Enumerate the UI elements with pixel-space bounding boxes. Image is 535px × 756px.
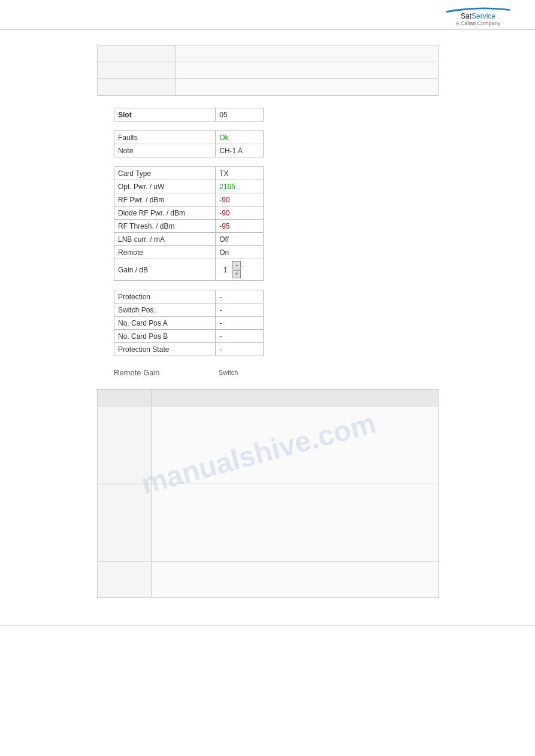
faults-table: Faults Ok Note CH-1 A: [114, 130, 264, 157]
no-card-pos-a-value: -: [216, 317, 264, 330]
top-table-label-2: [97, 62, 175, 79]
no-card-pos-a-row: No. Card Pos A -: [114, 317, 264, 330]
protection-state-label: Protection State: [114, 343, 216, 356]
table-row: [97, 62, 438, 79]
lnb-curr-label: LNB curr. / mA: [114, 233, 216, 246]
rf-pwr-value: -90: [216, 193, 264, 207]
note-row: Note CH-1 A: [114, 144, 264, 157]
bottom-row-2-value: [151, 484, 438, 562]
bottom-row-3-value: [151, 562, 438, 598]
note-label: Note: [114, 144, 216, 157]
no-card-pos-b-row: No. Card Pos B -: [114, 330, 264, 343]
no-card-pos-a-label: No. Card Pos A: [114, 317, 216, 330]
top-table-value-1: [175, 45, 438, 62]
table-row: [97, 79, 438, 96]
header: SatService A Calian Company: [0, 0, 535, 30]
bottom-row-3-label: [97, 562, 151, 598]
opt-pwr-label: Opt. Pwr. / uW: [114, 180, 216, 193]
top-table: [97, 45, 439, 96]
diode-rf-label: Diode RF Pwr. / dBm: [114, 207, 216, 220]
protection-value: -: [216, 290, 264, 303]
gain-control: 1 - +: [219, 261, 259, 278]
card-type-label: Card Type: [114, 167, 216, 180]
switch-label: Switch: [216, 365, 238, 377]
card-type-row: Card Type TX: [114, 167, 264, 180]
bottom-row-1-label: [97, 406, 151, 484]
opt-pwr-row: Opt. Pwr. / uW 2165: [114, 180, 264, 193]
bottom-row-1-value: [151, 406, 438, 484]
bottom-table: [97, 389, 439, 598]
remote-gain-label: Remote Gain: [114, 365, 216, 377]
lnb-curr-value: Off: [216, 233, 264, 246]
gain-plus-button[interactable]: +: [232, 270, 241, 278]
gain-row: Gain / dB 1 - +: [114, 259, 264, 281]
note-value: CH-1 A: [216, 144, 264, 157]
switch-pos-value: -: [216, 303, 264, 317]
logo: SatService A Calian Company: [433, 6, 523, 26]
remote-label: Remote: [114, 246, 216, 259]
logo-service: Service: [471, 12, 495, 20]
top-table-label-1: [97, 45, 175, 62]
faults-value: Ok: [216, 131, 264, 144]
protection-label: Protection: [114, 290, 216, 303]
logo-arc-icon: [433, 6, 523, 13]
slot-table: Slot 05: [114, 108, 264, 122]
remote-value: On: [216, 246, 264, 259]
switch-pos-row: Switch Pos. -: [114, 303, 264, 317]
bottom-table-header-row: [97, 390, 438, 406]
switch-pos-label: Switch Pos.: [114, 303, 216, 317]
gain-minus-button[interactable]: -: [232, 261, 241, 269]
top-table-value-2: [175, 62, 438, 79]
card-type-value: TX: [216, 167, 264, 180]
bottom-header-label: [97, 390, 151, 406]
slot-value: 05: [216, 108, 264, 122]
slot-label: Slot: [114, 108, 216, 122]
protection-table: Protection - Switch Pos. - No. Card Pos …: [114, 290, 264, 356]
bottom-table-row-2: [97, 484, 438, 562]
no-card-pos-b-value: -: [216, 330, 264, 343]
remote-gain-switch-area: Remote Gain Switch: [114, 365, 523, 377]
protection-row: Protection -: [114, 290, 264, 303]
no-card-pos-b-label: No. Card Pos B: [114, 330, 216, 343]
diode-rf-row: Diode RF Pwr. / dBm -90: [114, 207, 264, 220]
bottom-table-row-1: [97, 406, 438, 484]
faults-label: Faults: [114, 131, 216, 144]
main-content: manualshive.com Slot 05: [0, 30, 535, 613]
lnb-curr-row: LNB curr. / mA Off: [114, 233, 264, 246]
logo-text: SatService: [461, 12, 495, 20]
logo-subtitle: A Calian Company: [456, 20, 501, 26]
slot-section: Slot 05 Faults Ok Note CH-1 A: [114, 108, 264, 356]
gain-label: Gain / dB: [114, 259, 216, 281]
table-row: [97, 45, 438, 62]
diode-rf-value: -90: [216, 207, 264, 220]
faults-row: Faults Ok: [114, 131, 264, 144]
footer: [0, 625, 535, 626]
rf-thresh-label: RF Thresh. / dBm: [114, 220, 216, 233]
bottom-row-2-label: [97, 484, 151, 562]
rf-pwr-row: RF Pwr. / dBm -90: [114, 193, 264, 207]
bottom-table-row-3: [97, 562, 438, 598]
rf-thresh-value: -95: [216, 220, 264, 233]
slot-row: Slot 05: [114, 108, 264, 122]
bottom-header-value: [151, 390, 438, 406]
protection-state-row: Protection State -: [114, 343, 264, 356]
opt-pwr-value: 2165: [216, 180, 264, 193]
gain-value: 1: [219, 266, 231, 274]
top-table-label-3: [97, 79, 175, 96]
rf-thresh-row: RF Thresh. / dBm -95: [114, 220, 264, 233]
remote-row: Remote On: [114, 246, 264, 259]
card-table: Card Type TX Opt. Pwr. / uW 2165 RF Pwr.…: [114, 166, 264, 281]
top-table-value-3: [175, 79, 438, 96]
rf-pwr-label: RF Pwr. / dBm: [114, 193, 216, 207]
protection-state-value: -: [216, 343, 264, 356]
gain-cell: 1 - +: [216, 259, 264, 281]
logo-sat: Sat: [461, 12, 471, 20]
